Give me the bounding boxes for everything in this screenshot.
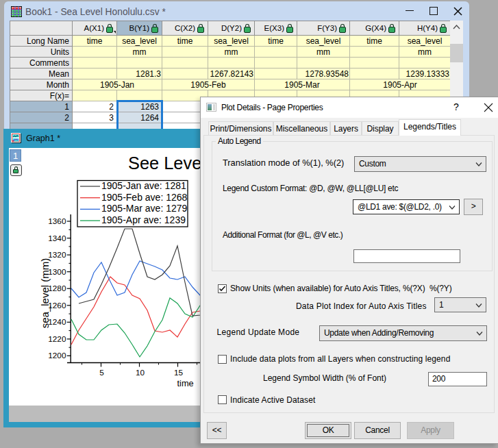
svg-text:1360: 1360 bbox=[48, 216, 66, 226]
svg-text:1260: 1260 bbox=[48, 301, 66, 310]
svg-text:1280: 1280 bbox=[48, 284, 66, 293]
svg-text:1905-Feb ave: 1268: 1905-Feb ave: 1268 bbox=[101, 192, 188, 203]
svg-text:1240: 1240 bbox=[48, 317, 66, 327]
svg-text:1200: 1200 bbox=[48, 351, 66, 360]
svg-text:10: 10 bbox=[136, 368, 145, 377]
svg-text:1220: 1220 bbox=[48, 334, 66, 344]
svg-text:1300: 1300 bbox=[48, 267, 66, 277]
svg-text:15: 15 bbox=[174, 368, 184, 377]
svg-text:1340: 1340 bbox=[48, 234, 66, 243]
svg-text:1905-Jan ave: 1281: 1905-Jan ave: 1281 bbox=[101, 180, 186, 191]
svg-text:sea_level (mm): sea_level (mm) bbox=[39, 258, 51, 329]
svg-text:1905-Apr ave: 1239: 1905-Apr ave: 1239 bbox=[101, 214, 186, 225]
svg-text:1320: 1320 bbox=[48, 250, 66, 260]
svg-text:1905-Mar ave: 1279: 1905-Mar ave: 1279 bbox=[101, 203, 188, 214]
svg-text:5: 5 bbox=[99, 368, 104, 377]
svg-text:time: time bbox=[177, 378, 194, 388]
